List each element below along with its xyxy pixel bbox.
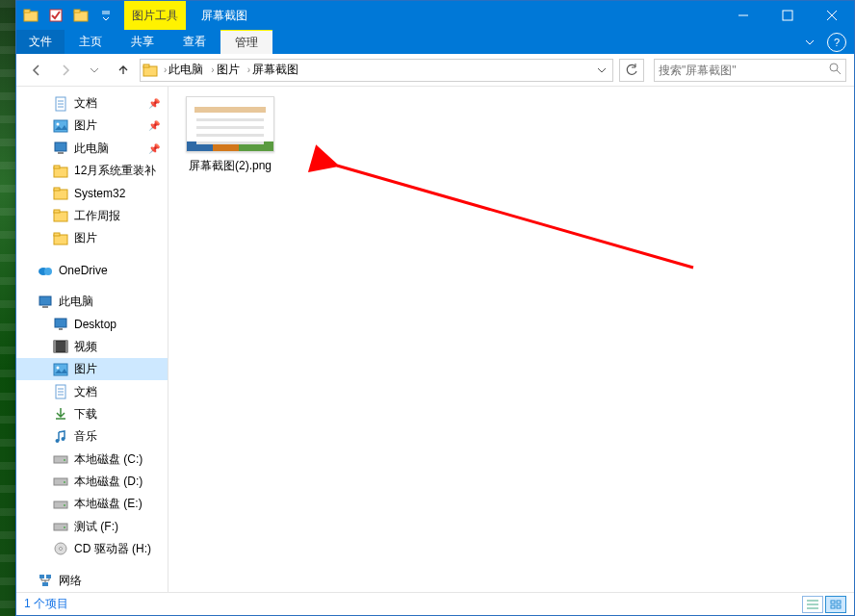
svg-rect-30 [54,233,60,236]
minimize-button[interactable] [721,1,765,30]
window-controls [721,1,854,30]
nav-item[interactable]: Desktop [16,313,168,335]
nav-item[interactable]: OneDrive [16,259,168,281]
folder-icon [53,186,68,201]
quick-access-toolbar [16,1,120,30]
nav-item[interactable]: 此电脑📌 [16,138,168,160]
nav-item[interactable]: 本地磁盘 (E:) [16,493,168,515]
nav-item-label: 图片 [74,361,97,377]
nav-item[interactable]: 下载 [16,403,168,425]
search-input[interactable] [659,64,828,77]
properties-icon[interactable] [45,5,66,26]
svg-rect-1 [24,10,30,13]
nav-item[interactable]: 本地磁盘 (C:) [16,448,168,470]
nav-item-label: System32 [74,187,125,200]
svg-rect-53 [54,501,67,508]
breadcrumb-segment[interactable]: ›此电脑 [162,62,205,78]
nav-item[interactable]: 本地磁盘 (D:) [16,471,168,493]
drive-icon [53,519,68,534]
svg-rect-33 [39,296,51,305]
nav-item-label: 工作周报 [74,208,120,224]
tab-manage[interactable]: 管理 [220,30,272,54]
music-icon [53,429,68,445]
content-pane[interactable]: 屏幕截图(2).png [168,87,854,592]
pc-icon [38,295,53,310]
svg-point-48 [62,437,65,441]
svg-rect-49 [54,456,67,463]
onedrive-icon [38,263,53,278]
folder-icon [53,231,68,246]
svg-rect-67 [837,601,841,603]
nav-item[interactable]: System32 [16,182,168,204]
breadcrumb-label: 此电脑 [168,62,203,78]
breadcrumb-label: 图片 [217,62,240,78]
chevron-right-icon: › [164,64,167,75]
nav-item[interactable]: 12月系统重装补 [16,160,168,182]
folder-icon [53,208,68,223]
drive-icon [53,451,68,467]
nav-up-button[interactable] [111,58,136,83]
nav-item[interactable]: 工作周报 [16,205,168,227]
nav-item[interactable]: 文档📌 [16,92,168,115]
breadcrumb-segment[interactable]: ›图片 [209,62,241,78]
nav-item[interactable]: 图片📌 [16,115,168,137]
nav-forward-button[interactable] [53,58,78,83]
file-tab[interactable]: 文件 [16,30,65,54]
help-button[interactable]: ? [827,33,846,52]
refresh-button[interactable] [619,59,644,82]
nav-item-label: 文档 [74,384,97,400]
maximize-button[interactable] [765,1,810,30]
pin-icon: 📌 [148,120,160,131]
nav-item-label: 此电脑 [74,141,109,157]
details-view-button[interactable] [802,596,823,613]
nav-item[interactable]: CD 驱动器 (H:) [16,538,168,560]
ribbon-tabs: 文件 主页 共享 查看 管理 ? [16,30,854,54]
folder-icon[interactable] [70,5,91,26]
folder-icon[interactable] [20,5,41,26]
nav-item[interactable]: 视频 [16,336,168,358]
status-bar: 1 个项目 [16,592,854,615]
nav-item-label: 图片 [74,117,97,134]
svg-rect-60 [46,575,51,578]
nav-item[interactable]: 图片 [16,358,168,380]
close-button[interactable] [810,1,854,30]
picture-icon [53,118,68,134]
cd-icon [53,541,68,556]
tab-share[interactable]: 共享 [117,30,168,54]
icons-view-button[interactable] [825,596,846,613]
nav-item[interactable]: 此电脑 [16,291,168,313]
breadcrumb-segment[interactable]: ›屏幕截图 [246,62,300,78]
svg-rect-40 [54,364,67,375]
qat-dropdown-icon[interactable] [95,5,117,26]
svg-point-32 [44,268,52,275]
nav-item[interactable]: 文档 [16,380,168,402]
search-box[interactable] [654,59,846,82]
nav-item[interactable]: 测试 (F:) [16,515,168,537]
svg-rect-34 [42,306,48,308]
nav-item[interactable]: 图片 [16,227,168,249]
ribbon-expand-icon[interactable] [800,38,819,47]
svg-rect-28 [54,210,60,213]
nav-item[interactable]: 网络 [16,570,168,592]
nav-recent-dropdown[interactable] [82,58,107,83]
drive-icon [53,497,68,512]
drive-icon [53,474,68,489]
svg-point-41 [57,366,60,369]
svg-point-54 [64,504,65,506]
svg-rect-39 [65,341,67,352]
nav-item[interactable]: 音乐 [16,425,168,448]
pin-icon: 📌 [148,143,160,154]
address-dropdown-icon[interactable] [593,65,610,75]
context-tool-label: 图片工具 [124,1,186,30]
window-title: 屏幕截图 [186,1,263,30]
nav-item-label: 文档 [74,95,97,112]
chevron-right-icon: › [211,64,214,75]
nav-item-label: 12月系统重装补 [74,163,156,179]
svg-rect-36 [59,328,63,330]
file-item[interactable]: 屏幕截图(2).png [182,96,278,174]
nav-back-button[interactable] [24,58,49,83]
tab-home[interactable]: 主页 [65,30,117,54]
address-bar[interactable]: ›此电脑 ›图片 ›屏幕截图 [140,59,613,82]
file-name-label: 屏幕截图(2).png [182,158,278,174]
tab-view[interactable]: 查看 [168,30,220,54]
